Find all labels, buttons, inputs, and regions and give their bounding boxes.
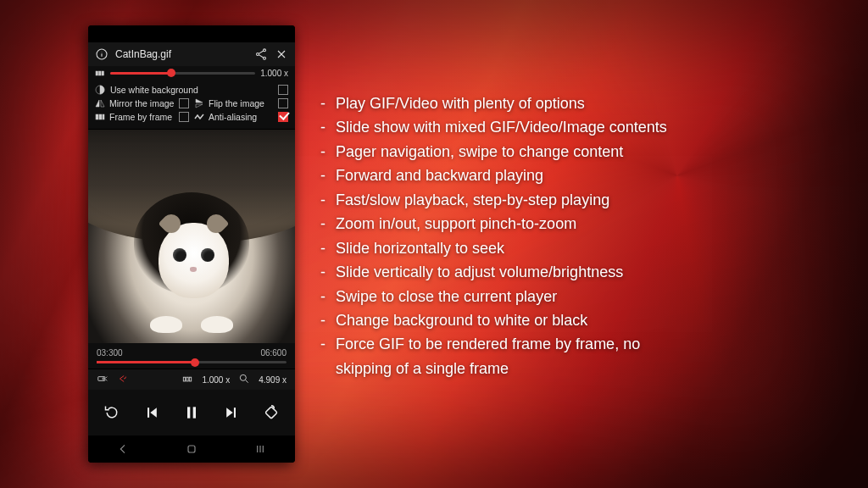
aa-label: Anti-aliasing: [209, 112, 274, 122]
feature-item: - Slide show with mixed GIF/Video/Image …: [320, 115, 834, 139]
svg-rect-22: [186, 377, 188, 381]
svg-rect-14: [96, 114, 98, 119]
feature-item: - Zoom in/out, support pinch-to-zoom: [320, 212, 834, 236]
phone-screenshot: CatInBag.gif 1.000 x Use white backgroun…: [88, 25, 295, 463]
speed-slider[interactable]: [110, 72, 255, 75]
svg-point-3: [264, 49, 266, 52]
time-row: 03:300 06:600: [88, 343, 295, 359]
svg-rect-16: [103, 114, 104, 119]
feature-text-cont: skipping of a single frame: [320, 357, 834, 380]
mirror-label: Mirror the image: [109, 98, 175, 108]
svg-point-5: [264, 57, 266, 59]
feature-text: Fast/slow playback, step-by-step playing: [336, 188, 834, 212]
pause-button[interactable]: [177, 398, 206, 427]
feature-text: Slide show with mixed GIF/Video/Image co…: [336, 115, 834, 139]
info-icon[interactable]: [95, 47, 108, 61]
white-bg-label: Use white background: [110, 85, 273, 95]
info-zoom-value: 4.909 x: [259, 375, 287, 385]
bullet-dash: -: [320, 308, 336, 332]
flip-label: Flip the image: [209, 98, 274, 108]
frame-checkbox[interactable]: [179, 112, 189, 122]
options-panel: Use white background Mirror the image Fl…: [88, 81, 295, 130]
svg-point-2: [102, 52, 103, 53]
feature-text: Zoom in/out, support pinch-to-zoom: [336, 212, 834, 236]
svg-line-6: [259, 51, 263, 53]
nav-home-button[interactable]: [185, 442, 198, 458]
svg-rect-30: [265, 407, 277, 419]
svg-rect-10: [96, 71, 98, 75]
svg-point-4: [257, 53, 259, 56]
svg-line-25: [246, 380, 248, 383]
feature-text: Forward and backward playing: [336, 164, 834, 187]
svg-rect-11: [99, 71, 102, 75]
gif-content: [88, 130, 295, 343]
white-bg-checkbox[interactable]: [278, 85, 288, 95]
bullet-dash: -: [320, 164, 336, 187]
player-titlebar: CatInBag.gif: [88, 42, 295, 66]
svg-rect-23: [190, 377, 192, 381]
seek-bar[interactable]: [97, 361, 287, 363]
nav-recent-button[interactable]: [253, 442, 267, 458]
svg-point-24: [241, 374, 247, 380]
feature-text: Swipe to close the current player: [336, 285, 834, 308]
svg-point-18: [103, 378, 104, 380]
feature-item: - Change background to white or black: [320, 308, 834, 332]
feature-item: - Slide vertically to adjust volume/brig…: [320, 260, 834, 284]
nav-back-button[interactable]: [116, 442, 130, 458]
feature-text: Slide vertically to adjust volume/bright…: [336, 260, 834, 284]
reverse-play-icon[interactable]: [117, 373, 129, 386]
svg-rect-31: [188, 446, 195, 452]
svg-rect-28: [193, 407, 196, 418]
svg-rect-17: [98, 377, 105, 381]
bullet-dash: -: [320, 285, 336, 308]
feature-text: Force GIF to be rendered frame by frame,…: [336, 332, 834, 356]
svg-rect-27: [187, 407, 190, 418]
prev-frame-button[interactable]: [137, 398, 166, 427]
bullet-dash: -: [320, 115, 336, 139]
gif-viewport[interactable]: [88, 130, 295, 343]
contrast-icon: [95, 85, 105, 95]
frame-label: Frame by frame: [109, 112, 175, 122]
svg-rect-29: [234, 408, 236, 418]
svg-line-20: [106, 380, 107, 380]
mirror-checkbox[interactable]: [179, 98, 189, 108]
speed-value: 1.000 x: [260, 69, 288, 78]
aa-icon: [194, 112, 204, 122]
share-icon[interactable]: [254, 47, 268, 61]
feature-text: Change background to white or black: [336, 308, 834, 332]
feature-item: - Fast/slow playback, step-by-step playi…: [320, 188, 834, 212]
svg-rect-21: [184, 377, 186, 381]
bullet-dash: -: [320, 140, 336, 164]
bullet-dash: -: [320, 260, 336, 284]
bullet-dash: -: [320, 236, 336, 260]
info-speed-value: 1.000 x: [202, 375, 230, 385]
flip-checkbox[interactable]: [278, 98, 288, 108]
projector-icon[interactable]: [97, 373, 108, 386]
feature-item: - Swipe to close the current player: [320, 285, 834, 308]
svg-rect-12: [102, 71, 104, 75]
close-icon[interactable]: [275, 47, 288, 61]
speed-indicator-icon: [181, 373, 193, 386]
frame-icon: [95, 112, 105, 122]
speed-slider-row: 1.000 x: [88, 66, 295, 81]
feature-item: - Forward and backward playing: [320, 164, 834, 187]
bullet-dash: -: [320, 188, 336, 212]
feature-text: Pager navigation, swipe to change conten…: [336, 140, 834, 164]
feature-item: - Force GIF to be rendered frame by fram…: [320, 332, 834, 356]
svg-rect-15: [99, 114, 102, 119]
playback-controls: [88, 390, 295, 435]
replay-button[interactable]: [97, 398, 126, 427]
next-frame-button[interactable]: [217, 398, 246, 427]
file-name: CatInBag.gif: [115, 48, 248, 60]
bullet-dash: -: [320, 332, 336, 356]
mirror-icon: [95, 98, 105, 108]
speed-icon: [95, 68, 105, 78]
bullet-dash: -: [320, 212, 336, 236]
feature-item: - Pager navigation, swipe to change cont…: [320, 140, 834, 164]
time-total: 06:600: [260, 348, 287, 358]
svg-line-19: [106, 377, 107, 378]
flip-icon: [194, 98, 204, 108]
rotate-button[interactable]: [257, 398, 286, 427]
time-current: 03:300: [97, 348, 123, 358]
aa-checkbox[interactable]: [278, 112, 288, 122]
